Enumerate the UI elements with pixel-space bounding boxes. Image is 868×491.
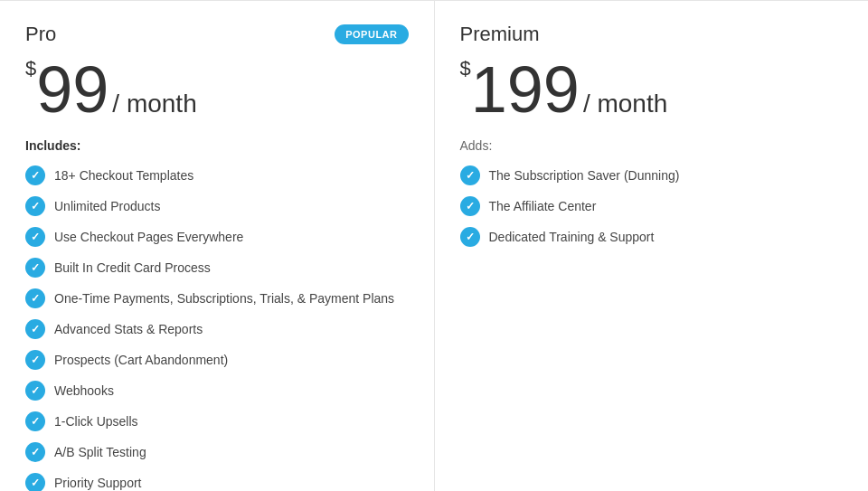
premium-feature-text: The Subscription Saver (Dunning) xyxy=(489,168,680,183)
pro-feature-item: Priority Support xyxy=(25,473,409,491)
check-icon xyxy=(25,350,45,370)
pro-plan-name: Pro xyxy=(25,23,56,46)
premium-price-dollar: $ xyxy=(460,48,471,80)
premium-price-row: $ 199 / month xyxy=(460,57,844,122)
premium-plan-column: Premium $ 199 / month Adds: The Subscrip… xyxy=(435,1,869,491)
check-icon xyxy=(25,165,45,185)
check-icon xyxy=(25,473,45,491)
pro-feature-item: Unlimited Products xyxy=(25,196,409,216)
pro-feature-item: 1-Click Upsells xyxy=(25,411,409,431)
pro-feature-text: One-Time Payments, Subscriptions, Trials… xyxy=(54,291,394,306)
check-icon xyxy=(25,227,45,247)
pro-feature-list: 18+ Checkout TemplatesUnlimited Products… xyxy=(25,165,409,491)
pro-feature-item: Advanced Stats & Reports xyxy=(25,319,409,339)
check-icon xyxy=(460,196,480,216)
pro-feature-item: A/B Split Testing xyxy=(25,442,409,462)
check-icon xyxy=(25,288,45,308)
premium-feature-item: The Subscription Saver (Dunning) xyxy=(460,165,844,185)
pro-feature-text: Webhooks xyxy=(54,383,114,398)
pro-feature-text: Advanced Stats & Reports xyxy=(54,322,203,336)
pricing-container: Pro POPULAR $ 99 / month Includes: 18+ C… xyxy=(0,0,868,491)
pro-feature-text: Unlimited Products xyxy=(54,199,161,213)
pro-plan-column: Pro POPULAR $ 99 / month Includes: 18+ C… xyxy=(0,1,435,491)
premium-feature-text: Dedicated Training & Support xyxy=(489,230,655,244)
pro-price-row: $ 99 / month xyxy=(25,57,409,122)
popular-badge: POPULAR xyxy=(335,24,408,44)
check-icon xyxy=(25,411,45,431)
pro-feature-item: Use Checkout Pages Everywhere xyxy=(25,227,409,247)
premium-feature-item: Dedicated Training & Support xyxy=(460,227,844,247)
pro-feature-text: Built In Credit Card Process xyxy=(54,260,211,275)
check-icon xyxy=(25,258,45,278)
pro-price-dollar: $ xyxy=(25,48,36,80)
pro-feature-item: Built In Credit Card Process xyxy=(25,258,409,278)
pro-feature-text: Use Checkout Pages Everywhere xyxy=(54,230,243,244)
pro-feature-item: Webhooks xyxy=(25,381,409,401)
pro-price-amount: 99 xyxy=(36,57,108,122)
check-icon xyxy=(460,165,480,185)
pro-price-period: / month xyxy=(112,90,196,118)
premium-feature-list: The Subscription Saver (Dunning)The Affi… xyxy=(460,165,844,247)
premium-feature-item: The Affiliate Center xyxy=(460,196,844,216)
premium-plan-header: Premium xyxy=(460,23,844,46)
check-icon xyxy=(25,196,45,216)
pro-feature-item: 18+ Checkout Templates xyxy=(25,165,409,185)
pro-feature-text: A/B Split Testing xyxy=(54,445,146,459)
check-icon xyxy=(460,227,480,247)
check-icon xyxy=(25,381,45,401)
pro-includes-label: Includes: xyxy=(25,138,409,153)
pro-feature-text: 18+ Checkout Templates xyxy=(54,168,193,183)
check-icon xyxy=(25,442,45,462)
premium-price-amount: 199 xyxy=(471,57,580,122)
pro-feature-text: Priority Support xyxy=(54,476,141,490)
premium-price-period: / month xyxy=(583,90,667,118)
premium-feature-text: The Affiliate Center xyxy=(489,199,597,213)
pro-feature-text: 1-Click Upsells xyxy=(54,414,138,429)
premium-adds-label: Adds: xyxy=(460,138,844,153)
pro-plan-header: Pro POPULAR xyxy=(25,23,409,46)
pro-feature-item: One-Time Payments, Subscriptions, Trials… xyxy=(25,288,409,308)
pro-feature-text: Prospects (Cart Abandonment) xyxy=(54,353,228,367)
premium-plan-name: Premium xyxy=(460,23,540,46)
pro-feature-item: Prospects (Cart Abandonment) xyxy=(25,350,409,370)
check-icon xyxy=(25,319,45,339)
